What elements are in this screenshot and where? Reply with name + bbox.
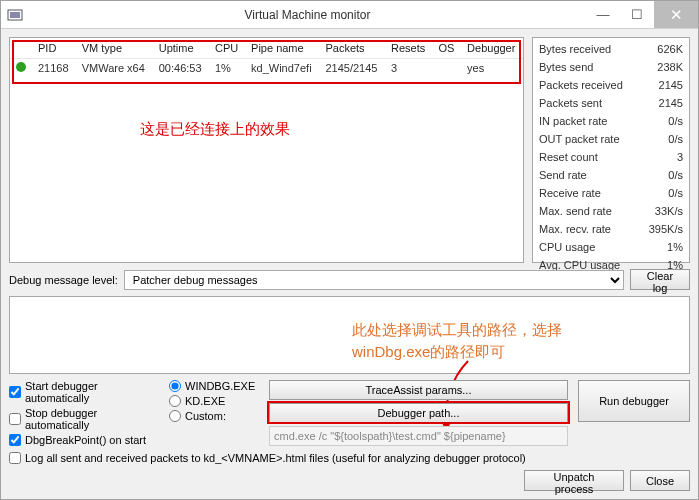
debugger-path-button[interactable]: Debugger path... [269, 403, 568, 423]
debug-level-dropdown[interactable]: Patcher debug messages [124, 270, 624, 290]
minimize-button[interactable]: — [586, 1, 620, 28]
kd-radio[interactable]: KD.EXE [169, 395, 259, 407]
close-dialog-button[interactable]: Close [630, 470, 690, 491]
trace-assist-button[interactable]: TraceAssist params... [269, 380, 568, 400]
vm-list-panel: PID VM type Uptime CPU Pipe name Packets… [9, 37, 524, 263]
col-os[interactable]: OS [432, 38, 461, 59]
stats-panel: Bytes received626K Bytes send238K Packet… [532, 37, 690, 263]
app-window: Virtual Machine monitor — ☐ ✕ PID VM typ… [0, 0, 699, 500]
logall-checkbox[interactable]: Log all sent and received packets to kd_… [9, 452, 526, 464]
debug-level-row: Debug message level: Patcher debug messa… [9, 269, 690, 290]
content-area: PID VM type Uptime CPU Pipe name Packets… [1, 29, 698, 499]
vm-table: PID VM type Uptime CPU Pipe name Packets… [10, 38, 523, 77]
custom-radio[interactable]: Custom: [169, 410, 259, 422]
col-pipe[interactable]: Pipe name [245, 38, 319, 59]
col-debugger[interactable]: Debugger [461, 38, 523, 59]
clear-log-button[interactable]: Clear log [630, 269, 690, 290]
col-packets[interactable]: Packets [319, 38, 385, 59]
col-cpu[interactable]: CPU [209, 38, 245, 59]
table-row[interactable]: 21168 VMWare x64 00:46:53 1% kd_Wind7efi… [10, 59, 523, 78]
col-resets[interactable]: Resets [385, 38, 432, 59]
maximize-button[interactable]: ☐ [620, 1, 654, 28]
col-vmtype[interactable]: VM type [76, 38, 153, 59]
windbg-radio[interactable]: WINDBG.EXE [169, 380, 259, 392]
options-row: Start debugger automatically Stop debugg… [9, 380, 690, 446]
status-dot-icon [16, 62, 26, 72]
start-auto-checkbox[interactable]: Start debugger automatically [9, 380, 159, 404]
annotation-path-1: 此处选择调试工具的路径，选择 [352, 321, 562, 340]
app-icon [7, 7, 23, 23]
annotation-connected: 这是已经连接上的效果 [140, 120, 290, 139]
col-pid[interactable]: PID [32, 38, 76, 59]
stop-auto-checkbox[interactable]: Stop debugger automatically [9, 407, 159, 431]
dbgbreak-checkbox[interactable]: DbgBreakPoint() on start [9, 434, 159, 446]
custom-command-input[interactable] [269, 426, 568, 446]
log-panel[interactable]: 此处选择调试工具的路径，选择 winDbg.exe的路径即可 [9, 296, 690, 374]
close-button[interactable]: ✕ [654, 1, 698, 28]
svg-rect-1 [10, 12, 20, 18]
annotation-path-2: winDbg.exe的路径即可 [352, 343, 505, 362]
titlebar: Virtual Machine monitor — ☐ ✕ [1, 1, 698, 29]
unpatch-button[interactable]: Unpatch process [524, 470, 624, 491]
run-debugger-button[interactable]: Run debugger [578, 380, 690, 422]
debug-level-label: Debug message level: [9, 274, 118, 286]
col-uptime[interactable]: Uptime [153, 38, 209, 59]
window-title: Virtual Machine monitor [29, 8, 586, 22]
footer-buttons: Unpatch process Close [9, 470, 690, 491]
window-controls: — ☐ ✕ [586, 1, 698, 28]
